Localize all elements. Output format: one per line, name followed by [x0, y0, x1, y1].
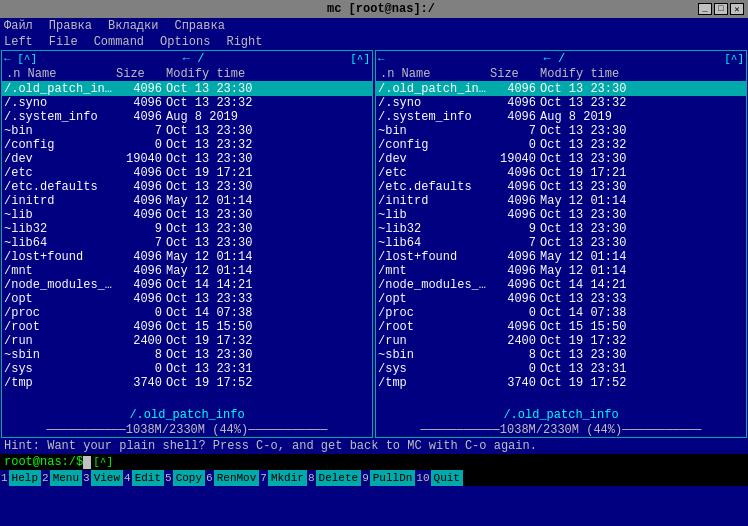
table-row[interactable]: ~lib647Oct 13 23:30 [376, 236, 746, 250]
menu-help[interactable]: Справка [174, 19, 224, 33]
left-panel-path: ← / [183, 52, 205, 66]
table-row[interactable]: /.old_patch_info4096Oct 13 23:30 [2, 82, 372, 96]
table-row[interactable]: ~bin7Oct 13 23:30 [376, 124, 746, 138]
table-row[interactable]: /mnt4096May 12 01:14 [376, 264, 746, 278]
table-row[interactable]: /.syno4096Oct 13 23:32 [2, 96, 372, 110]
table-row[interactable]: ~sbin8Oct 13 23:30 [2, 348, 372, 362]
table-row[interactable]: ~sbin8Oct 13 23:30 [376, 348, 746, 362]
table-row[interactable]: /sys0Oct 13 23:31 [2, 362, 372, 376]
left-panel-title: ← [^] ← / [^] [2, 51, 372, 67]
menu-file[interactable]: Файл [4, 19, 33, 33]
table-row[interactable]: /config0Oct 13 23:32 [376, 138, 746, 152]
table-row[interactable]: /mnt4096May 12 01:14 [2, 264, 372, 278]
left-panel-cols: .n Name Size Modify time [2, 67, 372, 82]
table-row[interactable]: /proc0Oct 14 07:38 [376, 306, 746, 320]
fkey-quit[interactable]: 10Quit [415, 470, 463, 486]
table-row[interactable]: /.old_patch_info4096Oct 13 23:30 [376, 82, 746, 96]
left-disk-info: ——————————— 1038M/2330M (44%) ——————————… [2, 423, 372, 437]
fkey-mkdir[interactable]: 7Mkdir [259, 470, 307, 486]
maximize-button[interactable]: □ [714, 3, 728, 15]
table-row[interactable]: /node_modules_del4096Oct 14 14:21 [376, 278, 746, 292]
table-row[interactable]: /initrd4096May 12 01:14 [376, 194, 746, 208]
table-row[interactable]: ~lib4096Oct 13 23:30 [376, 208, 746, 222]
table-row[interactable]: /root4096Oct 15 15:50 [376, 320, 746, 334]
table-row[interactable]: /.system_info4096Aug 8 2019 [376, 110, 746, 124]
table-row[interactable]: /dev19040Oct 13 23:30 [376, 152, 746, 166]
table-row[interactable]: /etc.defaults4096Oct 13 23:30 [2, 180, 372, 194]
table-row[interactable]: ~lib4096Oct 13 23:30 [2, 208, 372, 222]
funckeys-row: 1Help2Menu3View4Edit5Copy6RenMov7Mkdir8D… [0, 470, 748, 486]
fkey-copy[interactable]: 5Copy [164, 470, 205, 486]
table-row[interactable]: /.system_info4096Aug 8 2019 [2, 110, 372, 124]
left-panel: ← [^] ← / [^] .n Name Size Modify time /… [1, 50, 373, 438]
fkey-view[interactable]: 3View [82, 470, 123, 486]
fkey-renmov[interactable]: 6RenMov [205, 470, 259, 486]
right-panel-path: ← / [544, 52, 566, 66]
nav-file[interactable]: File [49, 35, 78, 49]
table-row[interactable]: /run2400Oct 19 17:32 [2, 334, 372, 348]
title-bar: mc [root@nas]:/ _ □ ✕ [0, 0, 748, 18]
menu-tabs[interactable]: Вкладки [108, 19, 158, 33]
table-row[interactable]: /sys0Oct 13 23:31 [376, 362, 746, 376]
fkey-edit[interactable]: 4Edit [123, 470, 164, 486]
table-row[interactable]: ~lib647Oct 13 23:30 [2, 236, 372, 250]
table-row[interactable]: /etc.defaults4096Oct 13 23:30 [376, 180, 746, 194]
table-row[interactable]: ~lib329Oct 13 23:30 [376, 222, 746, 236]
table-row[interactable]: /root4096Oct 15 15:50 [2, 320, 372, 334]
cursor [83, 456, 91, 469]
menu-edit[interactable]: Правка [49, 19, 92, 33]
right-panel: ← ← / [^] .n Name Size Modify time /.old… [375, 50, 747, 438]
fkey-delete[interactable]: 8Delete [307, 470, 361, 486]
right-panel-files: /.old_patch_info4096Oct 13 23:30/.syno40… [376, 82, 746, 407]
window-title: mc [root@nas]:/ [64, 2, 698, 16]
nav-right[interactable]: Right [226, 35, 262, 49]
table-row[interactable]: /lost+found4096May 12 01:14 [376, 250, 746, 264]
table-row[interactable]: ~lib329Oct 13 23:30 [2, 222, 372, 236]
table-row[interactable]: /etc4096Oct 19 17:21 [376, 166, 746, 180]
table-row[interactable]: /opt4096Oct 13 23:33 [376, 292, 746, 306]
fkey-menu[interactable]: 2Menu [41, 470, 82, 486]
nav-options[interactable]: Options [160, 35, 210, 49]
prompt-row[interactable]: root@nas:/$ [^] [0, 454, 748, 470]
right-panel-title: ← ← / [^] [376, 51, 746, 67]
right-bracket: [^] [93, 456, 113, 468]
menu-bar: Файл Правка Вкладки Справка [0, 18, 748, 34]
left-panel-footer: /.old_patch_info [2, 407, 372, 423]
right-panel-cols: .n Name Size Modify time [376, 67, 746, 82]
table-row[interactable]: /.syno4096Oct 13 23:32 [376, 96, 746, 110]
left-panel-files: /.old_patch_info4096Oct 13 23:30/.syno40… [2, 82, 372, 407]
panels-container: ← [^] ← / [^] .n Name Size Modify time /… [0, 50, 748, 438]
table-row[interactable]: /opt4096Oct 13 23:33 [2, 292, 372, 306]
table-row[interactable]: ~bin7Oct 13 23:30 [2, 124, 372, 138]
table-row[interactable]: /tmp3740Oct 19 17:52 [2, 376, 372, 390]
table-row[interactable]: /proc0Oct 14 07:38 [2, 306, 372, 320]
hint-row: Hint: Want your plain shell? Press C-o, … [0, 438, 748, 454]
fkey-pulldn[interactable]: 9PullDn [361, 470, 415, 486]
right-disk-info: ——————————— 1038M/2330M (44%) ——————————… [376, 423, 746, 437]
table-row[interactable]: /node_modules_del4096Oct 14 14:21 [2, 278, 372, 292]
close-button[interactable]: ✕ [730, 3, 744, 15]
minimize-button[interactable]: _ [698, 3, 712, 15]
nav-command[interactable]: Command [94, 35, 144, 49]
fkey-help[interactable]: 1Help [0, 470, 41, 486]
table-row[interactable]: /tmp3740Oct 19 17:52 [376, 376, 746, 390]
table-row[interactable]: /run2400Oct 19 17:32 [376, 334, 746, 348]
table-row[interactable]: /config0Oct 13 23:32 [2, 138, 372, 152]
hint-text: Hint: Want your plain shell? Press C-o, … [4, 439, 537, 453]
right-panel-footer: /.old_patch_info [376, 407, 746, 423]
window-controls[interactable]: _ □ ✕ [698, 3, 744, 15]
table-row[interactable]: /dev19040Oct 13 23:30 [2, 152, 372, 166]
top-nav: Left File Command Options Right [0, 34, 748, 50]
table-row[interactable]: /etc4096Oct 19 17:21 [2, 166, 372, 180]
prompt-text: root@nas:/$ [4, 455, 83, 469]
table-row[interactable]: /initrd4096May 12 01:14 [2, 194, 372, 208]
table-row[interactable]: /lost+found4096May 12 01:14 [2, 250, 372, 264]
nav-left[interactable]: Left [4, 35, 33, 49]
